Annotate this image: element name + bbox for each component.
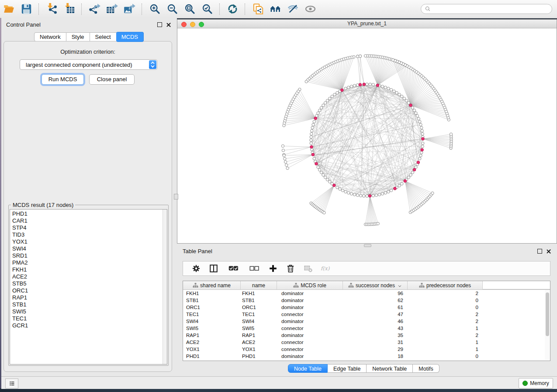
sort-chevron-icon [398,283,402,288]
search-input[interactable] [421,4,552,14]
network-canvas[interactable] [177,28,557,243]
result-list-item[interactable]: CAR1 [10,217,167,224]
table-row[interactable]: ORC1ORC1dominator610 [183,304,550,311]
table-row[interactable]: PHD1PHD1dominator180 [183,353,550,360]
check-pair-icon[interactable] [226,264,239,273]
first-neighbors-icon[interactable] [270,3,281,15]
result-list-item[interactable]: SWI5 [10,308,167,315]
memory-button[interactable]: Memory [519,378,553,389]
table-disabled-icon[interactable] [303,264,313,273]
hide-selected-icon[interactable] [287,3,299,15]
cell: 2 [408,319,483,324]
tab-network-table[interactable]: Network Table [367,364,413,373]
zoom-fit-icon[interactable] [184,3,196,15]
result-list-item[interactable]: PHD1 [10,210,167,217]
table-row[interactable]: SWI4SWI4dominator462 [183,318,550,325]
cell: 2 [408,291,483,296]
table-panel-title: Table Panel [183,248,212,254]
column-type-icon [348,282,354,288]
tab-node-table[interactable]: Node Table [288,364,328,373]
export-image-icon[interactable] [124,3,135,15]
table-row[interactable]: RAP1RAP1dominator352 [183,332,550,339]
tab-select[interactable]: Select [90,32,117,41]
vertical-splitter-handle[interactable] [174,194,178,199]
uncheck-pair-icon[interactable] [247,264,260,273]
column-header-predecessor-nodes[interactable]: predecessor nodes [408,281,483,289]
result-list-item[interactable]: TID3 [10,231,167,238]
table-scrollbar[interactable] [545,290,550,360]
result-list-item[interactable]: STP4 [10,224,167,231]
open-folder-icon[interactable] [3,3,15,15]
tab-style[interactable]: Style [66,32,90,41]
column-header-name[interactable]: name [241,281,277,289]
refresh-icon[interactable] [227,3,239,15]
column-header-shared-name[interactable]: shared name [183,281,241,289]
result-list-item[interactable]: ORC1 [10,287,167,294]
result-list-item[interactable]: TEC1 [10,315,167,322]
result-list-item[interactable]: YOX1 [10,238,167,245]
result-list-item[interactable]: SWI4 [10,245,167,252]
horizontal-splitter-handle[interactable] [364,244,371,247]
zoom-out-icon[interactable] [166,3,178,15]
table-header-row: shared namenameMCDS rolesuccessor nodesp… [183,281,550,290]
zoom-in-icon[interactable] [149,3,161,15]
table-scrollbar-thumb[interactable] [546,292,549,336]
export-table-icon[interactable] [106,3,118,15]
column-type-icon [419,282,425,288]
cell: 2 [408,312,483,317]
result-list-item[interactable]: PMA2 [10,259,167,266]
result-list-item[interactable]: FKH1 [10,266,167,273]
cell: dominator [277,354,343,359]
tab-mcds[interactable]: MCDS [116,32,144,42]
mcds-result-list[interactable]: PHD1CAR1STP4TID3YOX1SWI4SRD1PMA2FKH1ACE2… [10,209,167,364]
column-type-icon [193,282,198,288]
column-header-successor-nodes[interactable]: successor nodes [343,281,408,289]
float-panel-icon[interactable] [157,22,162,27]
cell: connector [277,326,343,331]
cell: SWI5 [241,326,277,331]
column-header-MCDS-role[interactable]: MCDS role [277,281,343,289]
optimization-criterion-select[interactable]: largest connected component (undirected) [20,59,157,70]
tab-network[interactable]: Network [34,32,66,41]
toolbar-separator [245,3,246,15]
cell: 0 [408,305,483,310]
table-row[interactable]: TEC1TEC1connector472 [183,311,550,318]
dropdown-stepper-icon [149,60,156,69]
export-network-icon[interactable] [89,3,100,15]
table-row[interactable]: ACE2ACE2connector311 [183,339,550,346]
tab-edge-table[interactable]: Edge Table [328,364,367,373]
result-list-item[interactable]: STB1 [10,301,167,308]
close-panel-icon[interactable] [166,22,171,27]
save-icon[interactable] [21,3,32,15]
split-columns-icon[interactable] [209,264,218,273]
status-bar: Memory [1,376,557,389]
run-mcds-button[interactable]: Run MCDS [42,74,84,85]
table-row[interactable]: STB1STB1dominator620 [183,297,550,304]
result-list-item[interactable]: GCR1 [10,322,167,329]
plus-icon[interactable] [268,264,278,273]
import-network-icon[interactable] [46,3,58,15]
close-panel-button[interactable]: Close panel [89,74,135,85]
zoom-selected-icon[interactable] [201,3,213,15]
task-history-button[interactable] [5,378,18,389]
close-table-panel-icon[interactable] [546,249,551,254]
table-row[interactable]: FKH1FKH1dominator962 [183,290,550,297]
fx-icon[interactable]: f(x) [321,264,330,273]
result-list-item[interactable]: RAP1 [10,294,167,301]
cell: dominator [277,291,343,296]
float-table-panel-icon[interactable] [537,249,542,254]
trash-icon[interactable] [286,264,295,273]
show-all-icon[interactable] [304,3,316,15]
result-list-scrollbar[interactable] [163,210,167,364]
result-list-item[interactable]: ACE2 [10,273,167,280]
result-list-item[interactable]: STB5 [10,280,167,287]
duplicate-network-icon[interactable] [252,3,264,15]
table-row[interactable]: SWI5SWI5connector431 [183,325,550,332]
import-table-icon[interactable] [63,3,75,15]
network-window-titlebar[interactable]: YPA_prune.txt_1 [177,20,557,28]
column-label: MCDS role [301,282,326,289]
result-list-item[interactable]: SRD1 [10,252,167,259]
tab-motifs[interactable]: Motifs [413,364,439,373]
gear-icon[interactable] [191,264,201,273]
table-row[interactable]: YOX1YOX1connector291 [183,346,550,353]
